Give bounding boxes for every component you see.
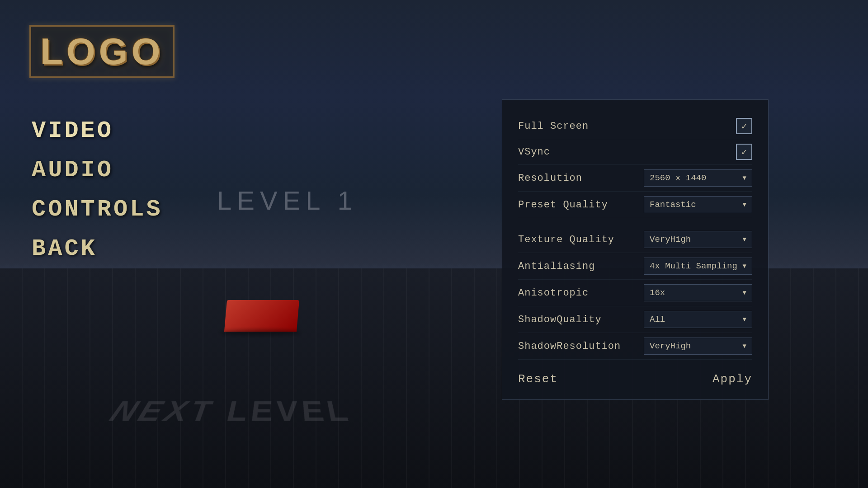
resolution-row: Resolution 2560 x 1440 ▼ [518, 165, 752, 192]
nav-item-video[interactable]: VIDEO [32, 117, 163, 144]
antialiasing-dropdown[interactable]: 4x Multi Sampling ▼ [644, 258, 752, 275]
nav-item-controls[interactable]: CONTROLS [32, 196, 163, 223]
preset-quality-value: Fantastic [650, 200, 696, 210]
shadow-resolution-row: ShadowResolution VeryHigh ▼ [518, 333, 752, 360]
resolution-label: Resolution [518, 173, 582, 184]
preset-quality-label: Preset Quality [518, 199, 608, 211]
red-object [224, 300, 299, 332]
nav-menu: VIDEO AUDIO CONTROLS BACK [32, 117, 163, 262]
texture-quality-dropdown[interactable]: VeryHigh ▼ [644, 231, 752, 248]
shadow-resolution-arrow: ▼ [743, 343, 746, 350]
shadow-quality-row: ShadowQuality All ▼ [518, 306, 752, 333]
texture-quality-arrow: ▼ [743, 236, 746, 243]
anisotropic-dropdown[interactable]: 16x ▼ [644, 284, 752, 301]
shadow-resolution-label: ShadowResolution [518, 341, 621, 352]
fullscreen-checkbox[interactable] [736, 118, 752, 134]
shadow-quality-arrow: ▼ [743, 316, 746, 323]
fullscreen-label: Full Screen [518, 121, 589, 132]
apply-button[interactable]: Apply [712, 372, 752, 386]
resolution-dropdown[interactable]: 2560 x 1440 ▼ [644, 169, 752, 187]
nav-item-back[interactable]: BACK [32, 235, 163, 262]
antialiasing-arrow: ▼ [743, 263, 746, 270]
vsync-checkbox[interactable] [736, 144, 752, 160]
anisotropic-arrow: ▼ [743, 289, 746, 296]
fullscreen-row: Full Screen [518, 113, 752, 139]
shadow-quality-value: All [650, 314, 665, 324]
vsync-row: VSync [518, 139, 752, 165]
shadow-quality-label: ShadowQuality [518, 314, 602, 325]
anisotropic-value: 16x [650, 288, 665, 298]
antialiasing-label: Antialiasing [518, 261, 595, 272]
level1-text: LEVEL 1 [217, 185, 358, 216]
settings-panel: Full Screen VSync Resolution 2560 x 1440… [502, 99, 769, 400]
antialiasing-value: 4x Multi Sampling [650, 261, 737, 271]
texture-quality-row: Texture Quality VeryHigh ▼ [518, 226, 752, 253]
anisotropic-row: Anisotropic 16x ▼ [518, 280, 752, 306]
panel-footer: Reset Apply [518, 368, 752, 386]
texture-quality-label: Texture Quality [518, 234, 614, 245]
next-level-text: NEXT LEVEL [104, 396, 359, 428]
resolution-value: 2560 x 1440 [650, 173, 706, 183]
shadow-resolution-dropdown[interactable]: VeryHigh ▼ [644, 338, 752, 355]
preset-quality-row: Preset Quality Fantastic ▼ [518, 192, 752, 218]
reset-button[interactable]: Reset [518, 372, 558, 386]
vsync-label: VSync [518, 146, 550, 158]
texture-quality-value: VeryHigh [650, 235, 691, 244]
divider [518, 218, 752, 226]
preset-quality-dropdown[interactable]: Fantastic ▼ [644, 196, 752, 213]
anisotropic-label: Anisotropic [518, 287, 589, 299]
nav-item-audio[interactable]: AUDIO [32, 157, 163, 183]
preset-quality-arrow: ▼ [743, 201, 746, 208]
shadow-quality-dropdown[interactable]: All ▼ [644, 311, 752, 328]
antialiasing-row: Antialiasing 4x Multi Sampling ▼ [518, 253, 752, 280]
game-logo: LOGO [29, 25, 175, 78]
resolution-arrow: ▼ [743, 174, 746, 182]
shadow-resolution-value: VeryHigh [650, 341, 691, 351]
